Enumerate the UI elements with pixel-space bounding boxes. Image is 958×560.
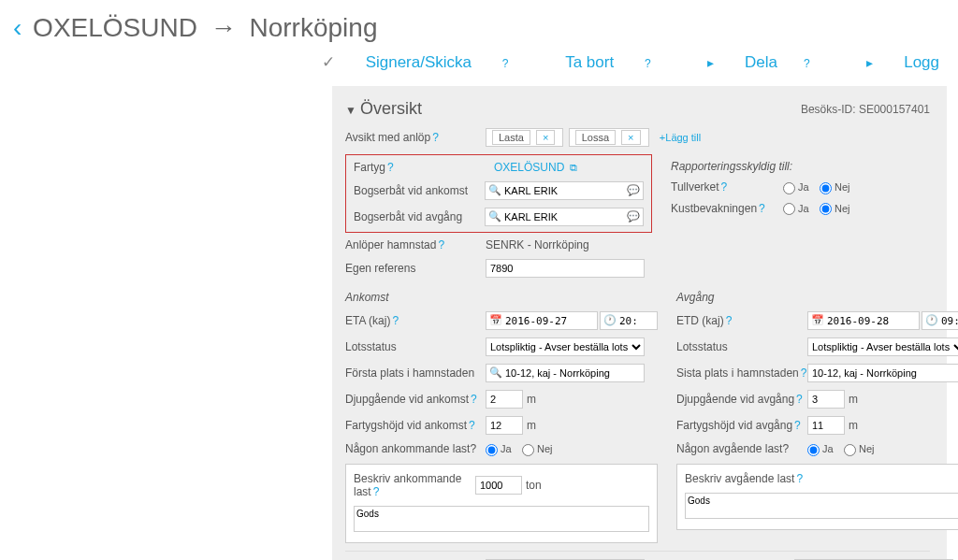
eta-label: ETA (kaj)? <box>345 314 486 327</box>
help-icon[interactable]: ? <box>804 57 810 70</box>
reporting-title: Rapporteringsskyldig till: <box>671 160 930 173</box>
arrival-desc-text[interactable]: Gods <box>354 506 649 532</box>
help-icon[interactable]: ? <box>796 472 803 485</box>
help-icon[interactable]: ? <box>432 131 439 144</box>
etd-date-input[interactable]: 📅 <box>807 311 920 330</box>
eta-date-input[interactable]: 📅 <box>486 311 598 330</box>
vessel-label: Fartyg? <box>354 161 494 174</box>
arrival-section: Ankomst ETA (kaj)? 📅 🕐 Lotsstatus Lotspl… <box>345 285 658 543</box>
ref-input[interactable] <box>486 259 645 278</box>
help-icon[interactable]: ? <box>801 366 807 380</box>
arrival-draught-label: Djupgående vid ankomst? <box>345 393 486 406</box>
help-icon[interactable]: ? <box>387 161 394 174</box>
arrival-height-label: Fartygshöjd vid ankomst? <box>345 419 486 432</box>
first-place-input[interactable]: 🔍 <box>486 364 645 382</box>
clock-icon: 🕐 <box>925 314 938 326</box>
help-icon[interactable]: ? <box>721 180 728 194</box>
chat-icon[interactable]: 💬 <box>627 184 640 196</box>
tag-lasta[interactable]: Lasta× <box>486 128 563 147</box>
calendar-icon: 📅 <box>811 314 824 326</box>
arrival-desc-qty[interactable] <box>475 476 522 495</box>
back-icon[interactable]: ‹ <box>13 13 22 42</box>
arrival-pilot-select[interactable]: Lotspliktig - Avser beställa lots <box>486 337 645 356</box>
sign-send-button[interactable]: ✓ Signera/Skicka ? <box>296 53 509 71</box>
help-icon[interactable]: ? <box>796 393 803 406</box>
external-link-icon[interactable]: ⧉ <box>570 162 577 173</box>
unit-m: m <box>527 419 536 432</box>
help-icon[interactable]: ? <box>471 393 477 406</box>
departure-cargo-q: Någon avgående last? <box>676 442 807 455</box>
customs-radio: Ja Nej <box>783 180 857 194</box>
vessel-name[interactable]: OXELÖSUND⧉ <box>494 161 577 174</box>
calendar-icon: 📅 <box>489 314 502 326</box>
log-button[interactable]: ▸ Logg <box>840 53 939 71</box>
add-tag-button[interactable]: +Lägg till <box>654 131 706 144</box>
etd-time-input[interactable]: 🕐 <box>922 311 958 330</box>
remove-tag-icon[interactable]: × <box>621 130 640 145</box>
departure-desc-label: Beskriv avgående last? <box>685 472 806 485</box>
tug-arrival-label: Bogserbåt vid ankomst <box>354 184 485 197</box>
caret-right-icon: ▸ <box>866 55 873 70</box>
last-place-label: Sista plats i hamnstaden? <box>676 366 807 380</box>
tug-departure-input[interactable]: 🔍 💬 <box>485 208 644 226</box>
departure-cargo-radio: Ja Nej <box>807 442 881 456</box>
search-icon: 🔍 <box>488 184 501 196</box>
coastguard-radio: Ja Nej <box>783 202 857 216</box>
help-icon[interactable]: ? <box>794 419 801 432</box>
eta-time-input[interactable]: 🕐 <box>600 311 658 330</box>
search-icon: 🔍 <box>488 210 501 223</box>
help-icon[interactable]: ? <box>726 314 733 327</box>
visit-id: Besöks-ID: SE000157401 <box>801 103 930 116</box>
arrival-cargo-radio: Ja Nej <box>486 442 559 456</box>
search-icon: 🔍 <box>489 366 502 379</box>
coastguard-label: Kustbevakningen? <box>671 202 783 215</box>
arrival-cargo-q: Någon ankommande last? <box>345 442 486 455</box>
help-icon[interactable]: ? <box>469 419 475 432</box>
tug-departure-label: Bogserbåt vid avgång <box>354 210 485 223</box>
unit-m: m <box>849 419 858 432</box>
last-place-value[interactable] <box>807 364 958 382</box>
arrival-cargo-box: Beskriv ankommande last? ton Gods <box>345 464 658 543</box>
remove-tag-icon[interactable]: × <box>536 130 555 145</box>
header-from: OXELÖSUND <box>33 13 197 42</box>
help-icon[interactable]: ? <box>373 485 380 498</box>
panel-title[interactable]: ▼Översikt <box>345 99 422 119</box>
help-icon[interactable]: ? <box>645 57 651 70</box>
departure-desc-text[interactable]: Gods <box>685 493 958 519</box>
departure-draught-label: Djupgående vid avgång? <box>676 393 807 406</box>
purpose-label: Avsikt med anlöp? <box>345 131 486 144</box>
divider <box>345 551 930 552</box>
etd-label: ETD (kaj)? <box>676 314 807 327</box>
customs-label: Tullverket? <box>671 180 783 194</box>
chat-icon[interactable]: 💬 <box>627 210 640 223</box>
help-icon[interactable]: ? <box>759 202 765 215</box>
share-button[interactable]: ▸ Dela? <box>681 53 809 71</box>
arrow-icon: → <box>210 13 237 42</box>
check-icon: ✓ <box>322 53 335 71</box>
remove-button[interactable]: Ta bort ? <box>539 53 650 71</box>
unit-ton: ton <box>526 479 542 492</box>
first-place-label: Första plats i hamnstaden <box>345 366 486 380</box>
action-bar: ✓ Signera/Skicka ? Ta bort ? ▸ Dela? ▸ L… <box>0 52 958 86</box>
vessel-section: Fartyg? OXELÖSUND⧉ Bogserbåt vid ankomst… <box>345 154 652 233</box>
arrival-pilot-label: Lotsstatus <box>345 340 486 353</box>
overview-panel: ▼Översikt Besöks-ID: SE000157401 Avsikt … <box>332 86 947 560</box>
arrival-height-input[interactable] <box>486 416 523 435</box>
departure-pilot-label: Lotsstatus <box>676 340 807 353</box>
help-icon[interactable]: ? <box>392 314 399 327</box>
departure-section: Avgång ETD (kaj)? 📅 🕐 Lotsstatus Lotspli… <box>676 285 958 543</box>
departure-title: Avgång <box>676 291 958 304</box>
arrival-draught-input[interactable] <box>486 390 523 409</box>
departure-height-label: Fartygshöjd vid avgång? <box>676 419 807 432</box>
arrival-title: Ankomst <box>345 291 658 304</box>
tag-lossa[interactable]: Lossa× <box>569 128 649 147</box>
help-icon[interactable]: ? <box>438 238 444 251</box>
purpose-tags: Lasta× Lossa× +Lägg till <box>486 128 708 147</box>
tug-arrival-input[interactable]: 🔍 💬 <box>485 181 644 200</box>
departure-draught-input[interactable] <box>807 390 845 409</box>
help-icon[interactable]: ? <box>502 57 509 70</box>
port-label: Anlöper hamnstad? <box>345 238 486 251</box>
departure-height-input[interactable] <box>807 416 845 435</box>
arrival-desc-label: Beskriv ankommande last? <box>354 472 475 498</box>
departure-pilot-select[interactable]: Lotspliktig - Avser beställa lots <box>807 337 958 356</box>
